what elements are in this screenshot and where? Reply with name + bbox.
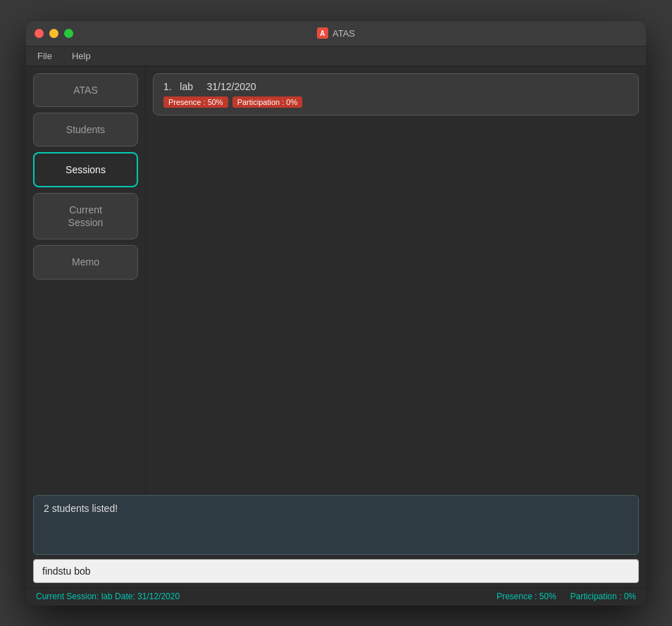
statusbar: Current Session: lab Date: 31/12/2020 Pr… xyxy=(26,587,646,606)
main-content: ATAS Students Sessions CurrentSession Me… xyxy=(26,66,646,495)
bottom-panel: 2 students listed! xyxy=(26,495,646,587)
sessions-list: 1. lab 31/12/2020 Presence : 50% Partici… xyxy=(153,73,639,488)
minimize-button[interactable] xyxy=(49,29,58,38)
statusbar-presence: Presence : 50% xyxy=(497,591,556,601)
menu-help[interactable]: Help xyxy=(68,49,95,63)
app-title: ATAS xyxy=(332,28,355,39)
session-date: 31/12/2020 xyxy=(207,81,256,92)
statusbar-right: Presence : 50% Participation : 0% xyxy=(497,591,636,601)
presence-badge: Presence : 50% xyxy=(163,96,228,108)
session-item-header: 1. lab 31/12/2020 xyxy=(163,81,628,92)
session-item[interactable]: 1. lab 31/12/2020 Presence : 50% Partici… xyxy=(153,73,639,115)
session-name: lab xyxy=(180,81,193,92)
titlebar: A ATAS xyxy=(26,21,646,46)
menu-file[interactable]: File xyxy=(33,49,56,63)
sidebar-item-sessions[interactable]: Sessions xyxy=(33,152,138,187)
status-message: 2 students listed! xyxy=(44,503,118,514)
statusbar-left: Current Session: lab Date: 31/12/2020 xyxy=(36,591,180,601)
traffic-lights xyxy=(35,29,73,38)
participation-badge: Participation : 0% xyxy=(232,96,303,108)
statusbar-participation: Participation : 0% xyxy=(571,591,636,601)
sidebar-item-students[interactable]: Students xyxy=(33,113,138,146)
sidebar: ATAS Students Sessions CurrentSession Me… xyxy=(26,66,146,495)
maximize-button[interactable] xyxy=(64,29,73,38)
session-number: 1. xyxy=(163,81,172,92)
status-panel: 2 students listed! xyxy=(33,495,639,555)
close-button[interactable] xyxy=(35,29,44,38)
content-area: 1. lab 31/12/2020 Presence : 50% Partici… xyxy=(146,66,646,495)
titlebar-title: A ATAS xyxy=(317,27,355,39)
sidebar-item-current-session[interactable]: CurrentSession xyxy=(33,193,138,239)
menubar: File Help xyxy=(26,46,646,66)
main-layout: ATAS Students Sessions CurrentSession Me… xyxy=(26,66,646,606)
app-icon: A xyxy=(317,27,328,39)
command-input[interactable] xyxy=(33,559,639,583)
sidebar-item-memo[interactable]: Memo xyxy=(33,245,138,279)
app-window: A ATAS File Help ATAS Students Sessions … xyxy=(26,21,646,606)
sidebar-item-atas[interactable]: ATAS xyxy=(33,73,138,107)
session-badges: Presence : 50% Participation : 0% xyxy=(163,96,628,108)
